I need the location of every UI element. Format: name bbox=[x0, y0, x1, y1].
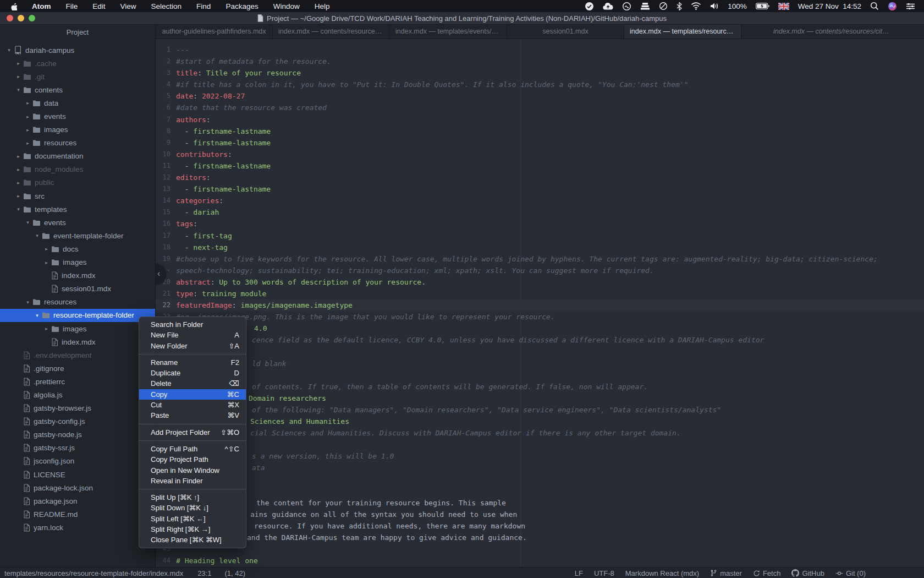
tree-item-yarn.lock[interactable]: yarn.lock bbox=[0, 521, 155, 534]
editor-line[interactable]: 30Domain researchers bbox=[156, 392, 924, 404]
tree-item-gatsby-browser.js[interactable]: gatsby-browser.js bbox=[0, 402, 155, 415]
editor-line[interactable]: 15 - dariah bbox=[156, 206, 924, 218]
chevron-right-icon[interactable]: ▸ bbox=[15, 74, 22, 79]
chevron-right-icon[interactable]: ▸ bbox=[24, 100, 31, 106]
volume-icon[interactable] bbox=[710, 2, 719, 10]
context-menu-item-copy-project-path[interactable]: Copy Project Path bbox=[139, 454, 246, 465]
keyboard-layout-flag-icon[interactable] bbox=[778, 3, 789, 10]
tab-1[interactable]: author-guidelines-pathfinders.mdx bbox=[156, 24, 273, 39]
tree-item-index.mdx[interactable]: index.mdx bbox=[0, 269, 155, 282]
tree-item-gatsby-config.js[interactable]: gatsby-config.js bbox=[0, 415, 155, 428]
editor-line[interactable]: 41resource. If you have additional needs… bbox=[156, 520, 924, 532]
chevron-right-icon[interactable]: ▸ bbox=[15, 61, 22, 66]
context-menu-item-split-up-k[interactable]: Split Up [⌘K ↑] bbox=[139, 492, 246, 503]
menu-find[interactable]: Find bbox=[196, 2, 211, 10]
menu-window[interactable]: Window bbox=[273, 2, 300, 10]
editor-line[interactable]: 33cial Sciences and Humanities. Discuss … bbox=[156, 427, 924, 439]
chevron-right-icon[interactable]: ▸ bbox=[43, 260, 50, 265]
editor-line[interactable]: 11 - firstname-lastname bbox=[156, 160, 924, 172]
context-menu-item-delete[interactable]: Delete⌫ bbox=[139, 378, 246, 389]
siri-icon[interactable] bbox=[888, 2, 897, 11]
tree-item-.env.development[interactable]: .env.development bbox=[0, 348, 155, 362]
chevron-right-icon[interactable]: ▸ bbox=[43, 246, 50, 252]
menu-view[interactable]: View bbox=[120, 2, 136, 10]
chevron-right-icon[interactable]: ▸ bbox=[15, 193, 22, 199]
status-fetch[interactable]: Fetch bbox=[753, 569, 781, 577]
cloud-upload-icon[interactable] bbox=[603, 2, 613, 10]
editor-line[interactable]: 18 - next-tag bbox=[156, 242, 924, 253]
context-menu-item-cut[interactable]: Cut⌘X bbox=[139, 400, 246, 410]
chevron-down-icon[interactable]: ▾ bbox=[34, 233, 41, 238]
tab-2[interactable]: index.mdx — contents/resources/co… bbox=[273, 24, 390, 39]
editor-line[interactable]: 2#start of metadata for the resource. bbox=[156, 56, 924, 67]
context-menu-item-split-left-k[interactable]: Split Left [⌘K ←] bbox=[139, 514, 246, 524]
editor-line[interactable]: 23#eg. images/image.png. This is the ima… bbox=[156, 311, 924, 323]
tree-item-resources[interactable]: ▸resources bbox=[0, 137, 155, 150]
tree-item-images[interactable]: ▸images bbox=[0, 256, 155, 269]
menu-bar-clock[interactable]: Wed 27 Nov 14:52 bbox=[798, 2, 861, 10]
context-menu-item-split-right-k[interactable]: Split Right [⌘K →] bbox=[139, 524, 246, 535]
chevron-right-icon[interactable]: ▸ bbox=[15, 167, 22, 172]
spotlight-search-icon[interactable] bbox=[870, 2, 879, 10]
editor-line[interactable]: 40ains guidance on all of the syntax you… bbox=[156, 509, 924, 520]
chevron-down-icon[interactable]: ▾ bbox=[15, 206, 22, 212]
editor-line[interactable]: 8 - firstname-lastname bbox=[156, 126, 924, 137]
context-menu-item-split-down-k[interactable]: Split Down [⌘K ↓] bbox=[139, 503, 246, 513]
layers-icon[interactable] bbox=[640, 2, 650, 10]
creative-cloud-icon[interactable] bbox=[622, 2, 631, 11]
editor-line[interactable]: 34 bbox=[156, 439, 924, 450]
shield-slash-icon[interactable] bbox=[659, 2, 668, 10]
editor-line[interactable]: 42and the DARIAH-Campus team are happy t… bbox=[156, 532, 924, 543]
tab-4[interactable]: session01.mdx bbox=[507, 24, 624, 39]
editor-line[interactable]: 9 - firstname-lastname bbox=[156, 137, 924, 149]
battery-icon[interactable] bbox=[756, 3, 769, 9]
editor-line[interactable]: 4#if title has a colon in it, you have t… bbox=[156, 79, 924, 90]
tree-item-docs[interactable]: ▸docs bbox=[0, 242, 155, 255]
chevron-right-icon[interactable]: ▸ bbox=[24, 127, 31, 133]
status-git-0[interactable]: Git (0) bbox=[835, 569, 866, 577]
editor-line[interactable]: 20abstract: Up to 300 words of descripti… bbox=[156, 276, 924, 288]
context-menu-item-duplicate[interactable]: DuplicateD bbox=[139, 368, 246, 378]
chevron-right-icon[interactable]: ▸ bbox=[24, 114, 31, 119]
editor-line[interactable]: 21type: training module bbox=[156, 288, 924, 299]
tree-item-package-lock.json[interactable]: package-lock.json bbox=[0, 481, 155, 494]
menu-edit[interactable]: Edit bbox=[92, 2, 105, 10]
tree-item-node_modules[interactable]: ▸node_modules bbox=[0, 163, 155, 176]
editor-line[interactable]: 16tags: bbox=[156, 218, 924, 230]
status-utf-8[interactable]: UTF-8 bbox=[594, 569, 614, 577]
menu-selection[interactable]: Selection bbox=[151, 2, 182, 10]
tree-item-.prettierrc[interactable]: .prettierrc bbox=[0, 375, 155, 388]
tree-item-public[interactable]: ▸public bbox=[0, 176, 155, 189]
tree-item-.gitignore[interactable]: .gitignore bbox=[0, 362, 155, 375]
editor-line[interactable]: 12editors: bbox=[156, 172, 924, 183]
tree-item-templates[interactable]: ▾templates bbox=[0, 203, 155, 216]
tree-item-.cache[interactable]: ▸.cache bbox=[0, 57, 155, 70]
editor-pane[interactable]: 1---2#start of metadata for the resource… bbox=[156, 39, 924, 567]
editor-line[interactable]: 13 - firstname-lastname bbox=[156, 183, 924, 195]
status-master[interactable]: master bbox=[710, 569, 742, 577]
tree-item-README.md[interactable]: README.md bbox=[0, 508, 155, 521]
editor-line[interactable]: 26 bbox=[156, 346, 924, 357]
editor-line[interactable]: 35s a new version, this will be 1.0 bbox=[156, 450, 924, 462]
editor-line[interactable]: 244.0 bbox=[156, 323, 924, 334]
chevron-down-icon[interactable]: ▾ bbox=[6, 47, 13, 53]
wifi-icon[interactable] bbox=[691, 2, 701, 10]
tree-item-LICENSE[interactable]: LICENSE bbox=[0, 468, 155, 481]
context-menu-item-reveal-in-finder[interactable]: Reveal in Finder bbox=[139, 476, 246, 486]
editor-line[interactable]: 27ld blank bbox=[156, 358, 924, 369]
editor-line[interactable]: 28 bbox=[156, 369, 924, 381]
context-menu-item-copy[interactable]: Copy⌘C bbox=[139, 389, 246, 400]
tree-item-session01.mdx[interactable]: session01.mdx bbox=[0, 282, 155, 296]
chevron-down-icon[interactable]: ▾ bbox=[24, 299, 31, 305]
tree-item-gatsby-ssr.js[interactable]: gatsby-ssr.js bbox=[0, 441, 155, 455]
tree-item-index.mdx[interactable]: index.mdx bbox=[0, 335, 155, 348]
context-menu-item-add-project-folder[interactable]: Add Project Folder⇧⌘O bbox=[139, 427, 246, 438]
context-menu-item-search-in-folder[interactable]: Search in Folder bbox=[139, 319, 246, 330]
tree-item-events[interactable]: ▸events bbox=[0, 110, 155, 123]
editor-line[interactable]: 43 bbox=[156, 543, 924, 555]
editor-line[interactable]: 36ata bbox=[156, 462, 924, 473]
status-github[interactable]: GitHub bbox=[791, 569, 824, 577]
tree-item-resource-template-folder[interactable]: ▾resource-template-folder bbox=[0, 309, 155, 322]
editor-line[interactable]: 1--- bbox=[156, 44, 924, 56]
context-menu-item-new-file[interactable]: New FileA bbox=[139, 330, 246, 340]
